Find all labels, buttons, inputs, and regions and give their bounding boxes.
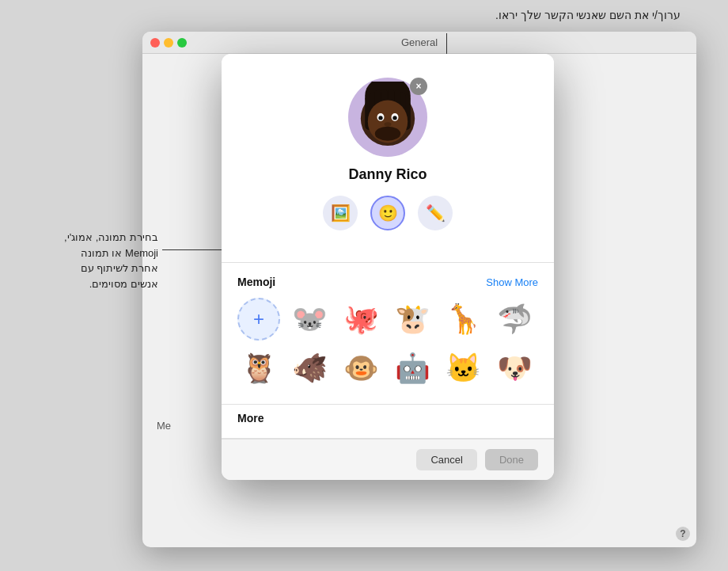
memoji-button[interactable]: 🙂 bbox=[370, 196, 405, 230]
emoji-cell-cat[interactable]: 🐱 bbox=[442, 347, 485, 390]
emoji-cell-monkey[interactable]: 🐵 bbox=[339, 347, 382, 390]
memoji-section-title: Memoji bbox=[237, 276, 275, 288]
me-label: Me bbox=[157, 420, 171, 432]
action-buttons-row: 🖼️ 🙂 ✏️ bbox=[323, 196, 453, 230]
more-section: More bbox=[222, 405, 554, 438]
emoji-cell-owl[interactable]: 🦉 bbox=[237, 347, 280, 390]
show-more-button[interactable]: Show More bbox=[486, 276, 538, 288]
edit-button[interactable]: ✏️ bbox=[418, 196, 453, 230]
titlebar: General bbox=[142, 32, 696, 54]
avatar-section: × Danny Rico 🖼️ 🙂 ✏️ bbox=[222, 54, 554, 262]
emoji-cell-robot[interactable]: 🤖 bbox=[391, 347, 434, 390]
memoji-emoji-grid: + 🐭 🐙 🐮 🦒 🦈 🦉 🐗 🐵 🤖 🐱 🐶 bbox=[237, 298, 538, 390]
svg-point-14 bbox=[392, 116, 396, 120]
help-button[interactable]: ? bbox=[676, 527, 690, 541]
window-title: General bbox=[401, 36, 438, 48]
svg-point-16 bbox=[375, 127, 400, 141]
annotation-left: בחירת תמונה, אמוג'י, Memoji או תמונה אחר… bbox=[16, 230, 158, 291]
photo-button[interactable]: 🖼️ bbox=[323, 196, 358, 230]
avatar-close-button[interactable]: × bbox=[410, 78, 427, 95]
traffic-lights bbox=[150, 38, 187, 48]
close-traffic-light[interactable] bbox=[150, 38, 160, 48]
svg-point-15 bbox=[385, 122, 392, 126]
add-memoji-button[interactable]: + bbox=[237, 298, 280, 341]
username-label: Danny Rico bbox=[348, 166, 427, 183]
emoji-cell-dog[interactable]: 🐶 bbox=[493, 347, 536, 390]
minimize-traffic-light[interactable] bbox=[164, 38, 173, 48]
emoji-cell-mouse[interactable]: 🐭 bbox=[289, 298, 332, 341]
modal-dialog: × Danny Rico 🖼️ 🙂 ✏️ Memoji Show More + … bbox=[222, 54, 554, 480]
emoji-cell-boar[interactable]: 🐗 bbox=[289, 347, 332, 390]
avatar-container: × bbox=[348, 78, 427, 157]
emoji-cell-giraffe[interactable]: 🦒 bbox=[442, 298, 485, 341]
emoji-cell-octopus[interactable]: 🐙 bbox=[339, 298, 382, 341]
annotation-top: ערוך/י את השם שאנשי הקשר שלך יראו. bbox=[495, 8, 681, 24]
bottom-bar: Cancel Done bbox=[222, 439, 554, 480]
memoji-section-header: Memoji Show More bbox=[237, 276, 538, 288]
emoji-cell-cow[interactable]: 🐮 bbox=[391, 298, 434, 341]
svg-point-13 bbox=[378, 116, 382, 120]
done-button[interactable]: Done bbox=[485, 449, 538, 470]
maximize-traffic-light[interactable] bbox=[177, 38, 187, 48]
more-section-title: More bbox=[237, 412, 264, 424]
cancel-button[interactable]: Cancel bbox=[416, 449, 476, 470]
emoji-cell-shark[interactable]: 🦈 bbox=[493, 298, 536, 341]
memoji-grid-section: Memoji Show More + 🐭 🐙 🐮 🦒 🦈 🦉 🐗 🐵 🤖 🐱 🐶 bbox=[222, 263, 554, 404]
